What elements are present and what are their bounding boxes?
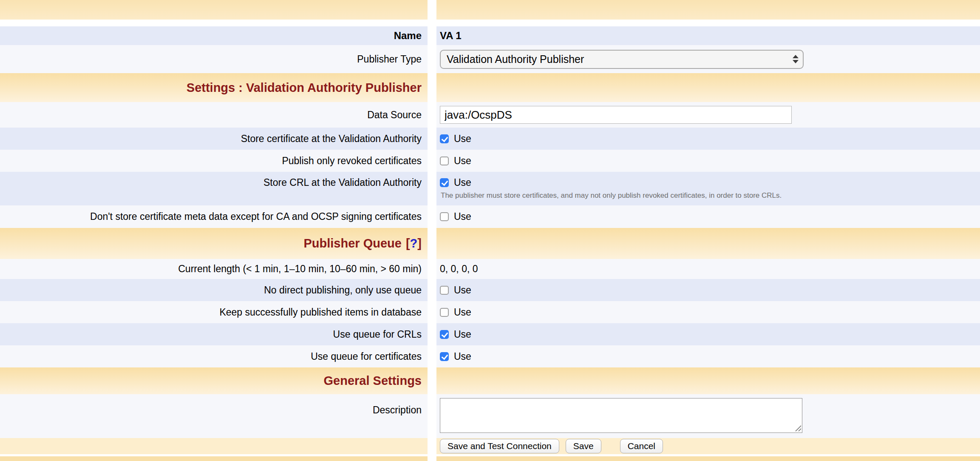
use-label: Use <box>454 155 471 167</box>
description-textarea[interactable] <box>440 398 802 433</box>
keep-published-checkbox[interactable] <box>440 308 449 317</box>
cancel-button[interactable]: Cancel <box>620 439 663 453</box>
current-length-label: Current length (< 1 min, 1–10 min, 10–60… <box>178 263 422 275</box>
top-band <box>0 0 980 20</box>
store-crl-checkbox[interactable] <box>440 178 449 187</box>
row-general-settings-header: General Settings <box>0 367 980 394</box>
use-label: Use <box>454 285 471 296</box>
publisher-type-selected-value: Validation Authority Publisher <box>447 53 584 65</box>
row-publish-only-revoked: Publish only revoked certificates Use <box>0 150 980 172</box>
row-current-length: Current length (< 1 min, 1–10 min, 10–60… <box>0 259 980 279</box>
select-stepper-icon <box>793 55 799 63</box>
edit-publisher-form: Name VA 1 Publisher Type Validation Auth… <box>0 0 980 461</box>
keep-published-label: Keep successfully published items in dat… <box>219 307 422 318</box>
general-settings-title: General Settings <box>324 374 422 388</box>
use-label: Use <box>454 211 471 222</box>
row-name: Name VA 1 <box>0 26 980 45</box>
store-certificate-checkbox[interactable] <box>440 134 449 143</box>
bottom-band <box>0 456 980 461</box>
store-certificate-label: Store certificate at the Validation Auth… <box>241 133 422 145</box>
use-label: Use <box>454 177 471 188</box>
no-direct-publishing-label: No direct publishing, only use queue <box>264 285 422 296</box>
publisher-queue-title: Publisher Queue[?] <box>303 236 422 250</box>
no-direct-publishing-checkbox[interactable] <box>440 286 449 295</box>
dont-store-meta-checkbox[interactable] <box>440 212 449 221</box>
name-label: Name <box>394 30 422 42</box>
publisher-queue-help-link[interactable]: ? <box>410 236 418 250</box>
row-publisher-type: Publisher Type Validation Authority Publ… <box>0 45 980 73</box>
row-dont-store-meta: Don't store certificate meta data except… <box>0 205 980 228</box>
use-label: Use <box>454 329 471 340</box>
use-label: Use <box>454 133 471 145</box>
use-queue-crls-label: Use queue for CRLs <box>333 329 422 340</box>
row-use-queue-certificates: Use queue for certificates Use <box>0 345 980 367</box>
row-use-queue-crls: Use queue for CRLs Use <box>0 323 980 345</box>
use-queue-certificates-label: Use queue for certificates <box>311 351 422 362</box>
help-bracket-close: ] <box>417 236 422 250</box>
publisher-type-label: Publisher Type <box>357 54 422 65</box>
save-button[interactable]: Save <box>566 439 601 453</box>
use-queue-crls-checkbox[interactable] <box>440 330 449 339</box>
use-label: Use <box>454 351 471 362</box>
publish-only-revoked-checkbox[interactable] <box>440 157 449 165</box>
publish-only-revoked-label: Publish only revoked certificates <box>282 155 422 167</box>
row-publisher-queue-header: Publisher Queue[?] <box>0 228 980 259</box>
description-label: Description <box>373 404 422 416</box>
row-no-direct-publishing: No direct publishing, only use queue Use <box>0 279 980 301</box>
band-gap <box>0 20 980 26</box>
data-source-label: Data Source <box>367 109 422 121</box>
help-bracket-open: [ <box>406 236 410 250</box>
store-crl-label: Store CRL at the Validation Authority <box>263 177 422 188</box>
use-label: Use <box>454 307 471 318</box>
save-and-test-connection-button[interactable]: Save and Test Connection <box>440 439 559 453</box>
row-store-certificate: Store certificate at the Validation Auth… <box>0 128 980 150</box>
row-store-crl: Store CRL at the Validation Authority Us… <box>0 172 980 205</box>
store-crl-note: The publisher must store certificates, a… <box>441 191 782 200</box>
row-keep-published: Keep successfully published items in dat… <box>0 301 980 323</box>
row-data-source: Data Source <box>0 102 980 128</box>
current-length-value: 0, 0, 0, 0 <box>440 263 478 275</box>
row-buttons: Save and Test Connection Save Cancel <box>0 438 980 454</box>
use-queue-certificates-checkbox[interactable] <box>440 352 449 361</box>
dont-store-meta-label: Don't store certificate meta data except… <box>90 211 422 222</box>
settings-section-title: Settings : Validation Authority Publishe… <box>187 81 422 95</box>
row-settings-header: Settings : Validation Authority Publishe… <box>0 73 980 102</box>
name-value: VA 1 <box>440 30 462 42</box>
data-source-input[interactable] <box>440 106 792 124</box>
publisher-type-select[interactable]: Validation Authority Publisher <box>440 50 804 69</box>
row-description: Description <box>0 394 980 438</box>
